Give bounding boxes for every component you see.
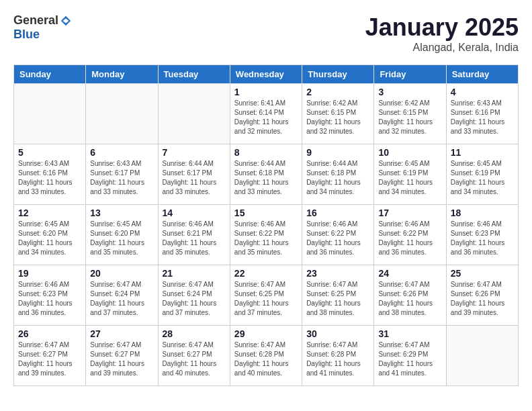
day-info: Sunrise: 6:46 AMSunset: 6:22 PMDaylight:… — [378, 220, 441, 257]
week-row-3: 12Sunrise: 6:45 AMSunset: 6:20 PMDayligh… — [14, 205, 519, 265]
day-header-saturday: Saturday — [446, 65, 518, 84]
day-info: Sunrise: 6:47 AMSunset: 6:24 PMDaylight:… — [163, 280, 226, 318]
calendar-cell: 17Sunrise: 6:46 AMSunset: 6:22 PMDayligh… — [374, 205, 446, 265]
day-number: 31 — [378, 328, 441, 339]
day-header-monday: Monday — [86, 65, 158, 84]
day-number: 11 — [451, 147, 514, 158]
calendar-cell: 11Sunrise: 6:45 AMSunset: 6:19 PMDayligh… — [446, 144, 518, 205]
day-info: Sunrise: 6:42 AMSunset: 6:15 PMDaylight:… — [306, 99, 369, 136]
day-info: Sunrise: 6:45 AMSunset: 6:20 PMDaylight:… — [18, 220, 81, 257]
day-number: 9 — [306, 147, 369, 158]
day-info: Sunrise: 6:41 AMSunset: 6:14 PMDaylight:… — [234, 99, 298, 136]
day-number: 15 — [234, 208, 298, 218]
day-info: Sunrise: 6:45 AMSunset: 6:19 PMDaylight:… — [378, 159, 441, 197]
day-number: 28 — [163, 328, 226, 339]
calendar-cell: 15Sunrise: 6:46 AMSunset: 6:22 PMDayligh… — [230, 205, 302, 265]
calendar-table: SundayMondayTuesdayWednesdayThursdayFrid… — [13, 64, 519, 386]
day-info: Sunrise: 6:42 AMSunset: 6:15 PMDaylight:… — [378, 99, 441, 136]
day-number: 3 — [378, 87, 441, 97]
day-info: Sunrise: 6:47 AMSunset: 6:28 PMDaylight:… — [234, 340, 298, 378]
day-info: Sunrise: 6:46 AMSunset: 6:23 PMDaylight:… — [18, 280, 81, 318]
day-info: Sunrise: 6:47 AMSunset: 6:26 PMDaylight:… — [451, 280, 514, 318]
calendar-header-row: SundayMondayTuesdayWednesdayThursdayFrid… — [14, 65, 519, 84]
day-info: Sunrise: 6:45 AMSunset: 6:20 PMDaylight:… — [90, 220, 153, 257]
week-row-1: 1Sunrise: 6:41 AMSunset: 6:14 PMDaylight… — [14, 84, 519, 144]
calendar-cell: 6Sunrise: 6:43 AMSunset: 6:17 PMDaylight… — [86, 144, 158, 205]
day-info: Sunrise: 6:47 AMSunset: 6:24 PMDaylight:… — [90, 280, 153, 318]
day-info: Sunrise: 6:47 AMSunset: 6:25 PMDaylight:… — [234, 280, 298, 318]
day-info: Sunrise: 6:47 AMSunset: 6:28 PMDaylight:… — [306, 340, 369, 378]
calendar-cell: 31Sunrise: 6:47 AMSunset: 6:29 PMDayligh… — [374, 326, 446, 386]
day-number: 17 — [378, 208, 441, 218]
month-title: January 2025 — [365, 13, 519, 42]
day-info: Sunrise: 6:44 AMSunset: 6:18 PMDaylight:… — [234, 159, 298, 197]
week-row-5: 26Sunrise: 6:47 AMSunset: 6:27 PMDayligh… — [14, 326, 519, 386]
day-number: 19 — [18, 268, 81, 279]
day-number: 18 — [451, 208, 514, 218]
day-info: Sunrise: 6:47 AMSunset: 6:29 PMDaylight:… — [378, 340, 441, 378]
day-number: 8 — [234, 147, 298, 158]
logo-general: General — [13, 13, 58, 28]
calendar-cell: 27Sunrise: 6:47 AMSunset: 6:27 PMDayligh… — [86, 326, 158, 386]
calendar-cell: 10Sunrise: 6:45 AMSunset: 6:19 PMDayligh… — [374, 144, 446, 205]
day-number: 26 — [18, 328, 81, 339]
day-number: 5 — [18, 147, 81, 158]
calendar-cell: 3Sunrise: 6:42 AMSunset: 6:15 PMDaylight… — [374, 84, 446, 144]
day-header-friday: Friday — [374, 65, 446, 84]
day-number: 30 — [306, 328, 369, 339]
calendar-cell: 20Sunrise: 6:47 AMSunset: 6:24 PMDayligh… — [86, 265, 158, 326]
location-subtitle: Alangad, Kerala, India — [365, 42, 519, 54]
calendar-cell: 28Sunrise: 6:47 AMSunset: 6:27 PMDayligh… — [158, 326, 230, 386]
day-info: Sunrise: 6:44 AMSunset: 6:18 PMDaylight:… — [306, 159, 369, 197]
day-info: Sunrise: 6:44 AMSunset: 6:17 PMDaylight:… — [163, 159, 226, 197]
day-header-thursday: Thursday — [302, 65, 374, 84]
calendar-cell: 23Sunrise: 6:47 AMSunset: 6:25 PMDayligh… — [302, 265, 374, 326]
day-number: 21 — [163, 268, 226, 279]
day-info: Sunrise: 6:47 AMSunset: 6:26 PMDaylight:… — [378, 280, 441, 318]
calendar-cell: 8Sunrise: 6:44 AMSunset: 6:18 PMDaylight… — [230, 144, 302, 205]
logo-icon — [60, 15, 72, 27]
calendar-cell: 7Sunrise: 6:44 AMSunset: 6:17 PMDaylight… — [158, 144, 230, 205]
calendar-cell: 29Sunrise: 6:47 AMSunset: 6:28 PMDayligh… — [230, 326, 302, 386]
calendar-cell: 24Sunrise: 6:47 AMSunset: 6:26 PMDayligh… — [374, 265, 446, 326]
calendar-cell: 19Sunrise: 6:46 AMSunset: 6:23 PMDayligh… — [14, 265, 86, 326]
calendar-cell — [86, 84, 158, 144]
day-number: 20 — [90, 268, 153, 279]
calendar-cell: 12Sunrise: 6:45 AMSunset: 6:20 PMDayligh… — [14, 205, 86, 265]
calendar-cell: 9Sunrise: 6:44 AMSunset: 6:18 PMDaylight… — [302, 144, 374, 205]
calendar-cell: 18Sunrise: 6:46 AMSunset: 6:23 PMDayligh… — [446, 205, 518, 265]
calendar-cell: 25Sunrise: 6:47 AMSunset: 6:26 PMDayligh… — [446, 265, 518, 326]
logo: General Blue — [13, 13, 73, 42]
day-info: Sunrise: 6:43 AMSunset: 6:16 PMDaylight:… — [451, 99, 514, 136]
day-info: Sunrise: 6:47 AMSunset: 6:27 PMDaylight:… — [18, 340, 81, 378]
logo-blue: Blue — [13, 28, 40, 42]
day-number: 14 — [163, 208, 226, 218]
day-number: 13 — [90, 208, 153, 218]
day-number: 12 — [18, 208, 81, 218]
day-number: 25 — [451, 268, 514, 279]
day-number: 16 — [306, 208, 369, 218]
day-number: 7 — [163, 147, 226, 158]
day-number: 22 — [234, 268, 298, 279]
day-info: Sunrise: 6:47 AMSunset: 6:27 PMDaylight:… — [90, 340, 153, 378]
calendar-cell: 14Sunrise: 6:46 AMSunset: 6:21 PMDayligh… — [158, 205, 230, 265]
page-header: General Blue January 2025 Alangad, Keral… — [13, 13, 519, 54]
day-info: Sunrise: 6:45 AMSunset: 6:19 PMDaylight:… — [451, 159, 514, 197]
day-info: Sunrise: 6:43 AMSunset: 6:17 PMDaylight:… — [90, 159, 153, 197]
day-info: Sunrise: 6:46 AMSunset: 6:21 PMDaylight:… — [163, 220, 226, 257]
day-info: Sunrise: 6:46 AMSunset: 6:22 PMDaylight:… — [306, 220, 369, 257]
title-block: January 2025 Alangad, Kerala, India — [365, 13, 519, 54]
calendar-cell — [158, 84, 230, 144]
calendar-cell: 21Sunrise: 6:47 AMSunset: 6:24 PMDayligh… — [158, 265, 230, 326]
calendar-cell: 5Sunrise: 6:43 AMSunset: 6:16 PMDaylight… — [14, 144, 86, 205]
calendar-cell: 13Sunrise: 6:45 AMSunset: 6:20 PMDayligh… — [86, 205, 158, 265]
calendar-cell: 26Sunrise: 6:47 AMSunset: 6:27 PMDayligh… — [14, 326, 86, 386]
calendar-cell: 16Sunrise: 6:46 AMSunset: 6:22 PMDayligh… — [302, 205, 374, 265]
calendar-cell — [446, 326, 518, 386]
day-number: 10 — [378, 147, 441, 158]
day-info: Sunrise: 6:47 AMSunset: 6:27 PMDaylight:… — [163, 340, 226, 378]
calendar-cell: 22Sunrise: 6:47 AMSunset: 6:25 PMDayligh… — [230, 265, 302, 326]
week-row-2: 5Sunrise: 6:43 AMSunset: 6:16 PMDaylight… — [14, 144, 519, 205]
day-header-wednesday: Wednesday — [230, 65, 302, 84]
day-number: 4 — [451, 87, 514, 97]
